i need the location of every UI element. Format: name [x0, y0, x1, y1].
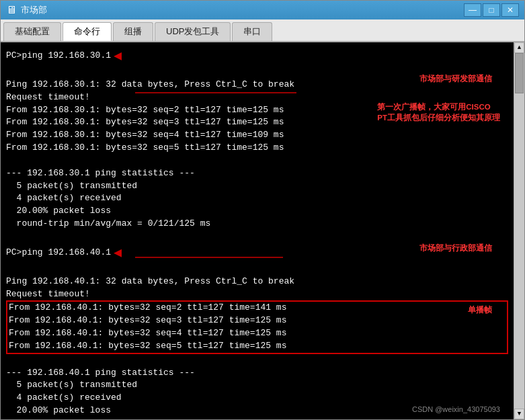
terminal-line-12: 4 packet(s) received: [6, 192, 508, 205]
title-bar-left: 🖥 市场部: [6, 4, 47, 16]
highlighted-unicast-block: From 192.168.40.1: bytes=32 seq=2 ttl=12…: [6, 300, 508, 353]
tab-serial[interactable]: 串口: [232, 22, 272, 41]
terminal-line-19: Request timeout!: [6, 288, 508, 301]
terminal-line-11: 5 packet(s) transmitted: [6, 180, 508, 193]
terminal-line-blank: [6, 66, 508, 79]
terminal-blank-5: [6, 354, 508, 367]
content-area: PC>ping 192.168.30.1 ◀ Ping 192.168.30.1…: [1, 42, 524, 419]
terminal-blank-4: [6, 263, 508, 276]
terminal-line-20: From 192.168.40.1: bytes=32 seq=2 ttl=12…: [9, 302, 506, 314]
terminal-wrapper: PC>ping 192.168.30.1 ◀ Ping 192.168.30.1…: [1, 42, 514, 419]
terminal-line-29: round-trip min/avg/max = 0/129/141 ms: [6, 417, 508, 419]
terminal-line-25: --- 192.168.40.1 ping statistics ---: [6, 367, 508, 380]
terminal-line-18: Ping 192.168.40.1: 32 data bytes, Press …: [6, 276, 508, 288]
tab-cmdline[interactable]: 命令行: [63, 22, 112, 41]
terminal-blank-2: [6, 155, 508, 167]
window-icon: 🖥: [6, 4, 17, 16]
scrollbar: ▲ ▼: [514, 42, 524, 419]
terminal-line-27: 4 packet(s) received: [6, 392, 508, 405]
terminal-line-14: round-trip min/avg/max = 0/121/125 ms: [6, 218, 508, 230]
window-title: 市场部: [21, 4, 47, 16]
terminal-line-21: From 192.168.40.1: bytes=32 seq=3 ttl=12…: [9, 314, 506, 327]
terminal-line-3: Ping 192.168.30.1: 32 data bytes, Press …: [6, 79, 508, 91]
terminal-line-16: PC>ping 192.168.40.1 ◀: [6, 243, 508, 263]
terminal-line-4: Request timeout!: [6, 91, 508, 104]
scrollbar-up-button[interactable]: ▲: [514, 42, 524, 53]
title-controls: — □ ✕: [464, 3, 519, 17]
watermark: CSDN @weixin_43075093: [412, 405, 500, 415]
terminal-line-22: From 192.168.40.1: bytes=32 seq=4 ttl=12…: [9, 327, 506, 340]
tab-bar: 基础配置 命令行 组播 UDP发包工具 串口: [1, 19, 524, 42]
close-button[interactable]: ✕: [501, 3, 519, 17]
title-bar: 🖥 市场部 — □ ✕: [1, 1, 524, 19]
terminal-line-23: From 192.168.40.1: bytes=32 seq=5 ttl=12…: [9, 340, 506, 353]
terminal-line-6: From 192.168.30.1: bytes=32 seq=3 ttl=12…: [6, 116, 508, 129]
terminal-text: PC>ping 192.168.30.1: [6, 50, 111, 62]
tab-multicast[interactable]: 组播: [113, 22, 153, 41]
tab-udp[interactable]: UDP发包工具: [155, 22, 231, 41]
terminal-text-16: PC>ping 192.168.40.1: [6, 247, 111, 259]
terminal-blank-3: [6, 230, 508, 243]
tab-basic[interactable]: 基础配置: [3, 22, 61, 41]
scrollbar-thumb[interactable]: [515, 53, 524, 93]
arrow-icon-1: ◀: [114, 46, 122, 66]
scrollbar-down-button[interactable]: ▼: [514, 409, 524, 419]
terminal-line-13: 20.00% packet loss: [6, 205, 508, 218]
scrollbar-track[interactable]: [514, 53, 524, 409]
main-window: 🖥 市场部 — □ ✕ 基础配置 命令行 组播 UDP发包工具 串口 PC>pi…: [0, 0, 525, 420]
minimize-button[interactable]: —: [464, 3, 481, 17]
terminal[interactable]: PC>ping 192.168.30.1 ◀ Ping 192.168.30.1…: [1, 42, 514, 419]
terminal-line-7: From 192.168.30.1: bytes=32 seq=4 ttl=12…: [6, 129, 508, 142]
terminal-line-5: From 192.168.30.1: bytes=32 seq=2 ttl=12…: [6, 104, 508, 117]
terminal-line-10: --- 192.168.30.1 ping statistics ---: [6, 167, 508, 180]
terminal-line-26: 5 packet(s) transmitted: [6, 379, 508, 392]
terminal-line-1: PC>ping 192.168.30.1 ◀: [6, 46, 508, 66]
maximize-button[interactable]: □: [483, 3, 500, 17]
terminal-line-8: From 192.168.30.1: bytes=32 seq=5 ttl=12…: [6, 142, 508, 155]
arrow-icon-2: ◀: [114, 243, 122, 263]
